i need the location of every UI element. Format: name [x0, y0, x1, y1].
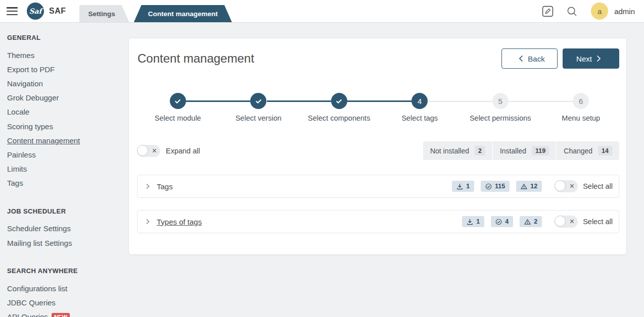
sidebar-item-navigation[interactable]: Navigation: [7, 76, 121, 90]
download-count-badge[interactable]: 1: [462, 216, 484, 227]
download-count-badge[interactable]: 1: [452, 181, 474, 192]
back-button[interactable]: Back: [501, 48, 558, 69]
settings-sidebar: GENERAL Themes Export to PDF Navigation …: [0, 23, 121, 317]
username[interactable]: admin: [614, 7, 635, 16]
app-logo[interactable]: Saf: [27, 3, 44, 20]
sidebar-item-content-management[interactable]: Content management: [7, 133, 121, 147]
sidebar-item-mailing-list-settings[interactable]: Mailing list Settings: [7, 236, 121, 250]
toggle-x-icon: ×: [570, 181, 574, 191]
check-circle-icon: [495, 219, 502, 225]
filter-count: 119: [532, 146, 549, 155]
select-all-label: Select all: [583, 218, 613, 226]
warning-icon: [521, 183, 527, 190]
row-tags: Tags 1 115 12 × Select all: [137, 175, 619, 198]
step-label: Select version: [218, 114, 299, 122]
expand-all-toggle[interactable]: ×: [137, 145, 160, 157]
avatar[interactable]: a: [591, 3, 608, 20]
sidebar-item-grok-debugger[interactable]: Grok Debugger: [7, 91, 121, 105]
next-chevron-icon: [596, 55, 601, 62]
breadcrumb-content-management[interactable]: Content management: [134, 5, 232, 22]
filter-not-installed[interactable]: Not installed 2: [423, 141, 492, 160]
row-title[interactable]: Tags: [157, 182, 173, 191]
warning-icon: [524, 219, 531, 225]
step-label: Select components: [299, 114, 380, 122]
filter-label: Installed: [500, 147, 526, 155]
sidebar-item-locale[interactable]: Locale: [7, 105, 121, 119]
sidebar-item-api-queries[interactable]: API QueriesNEW: [7, 310, 121, 317]
row-title[interactable]: Types of tags: [157, 218, 202, 226]
filter-label: Not installed: [430, 147, 469, 155]
toggle-knob: [555, 216, 566, 227]
row-types-of-tags: Types of tags 1 4 2 × Select: [137, 210, 619, 233]
section-title: GENERAL: [7, 34, 121, 41]
step-label: Menu setup: [541, 114, 622, 122]
step-number: 6: [573, 93, 589, 109]
next-button[interactable]: Next: [563, 48, 619, 69]
search-icon[interactable]: [566, 5, 578, 17]
step-select-tags[interactable]: 4 Select tags: [380, 93, 461, 122]
toggle-x-icon: ×: [152, 146, 157, 156]
step-label: Select permissions: [460, 114, 541, 122]
top-bar: Saf SAF Settings Content management a ad…: [0, 0, 644, 23]
toggle-knob: [137, 145, 148, 156]
step-label: Select tags: [380, 114, 461, 122]
status-filter-group: Not installed 2 Installed 119 Changed 14: [423, 141, 619, 160]
check-circle-icon: [485, 183, 492, 190]
badge-value: 1: [476, 218, 480, 225]
step-check-icon: [170, 93, 186, 109]
panel-header: Content management Back Next: [129, 38, 626, 69]
select-all-toggle[interactable]: ×: [555, 216, 578, 228]
back-button-label: Back: [528, 55, 544, 63]
select-all-toggle[interactable]: ×: [555, 180, 578, 192]
sidebar-item-export-to-pdf[interactable]: Export to PDF: [7, 62, 121, 76]
toggle-x-icon: ×: [570, 217, 574, 227]
step-number: 5: [492, 93, 509, 109]
menu-icon[interactable]: [7, 7, 18, 15]
sidebar-item-scheduler-settings[interactable]: Scheduler Settings: [7, 222, 121, 236]
sidebar-item-tags[interactable]: Tags: [7, 176, 121, 190]
changed-count-badge[interactable]: 12: [516, 181, 542, 192]
row-chevron-icon[interactable]: [146, 218, 150, 225]
sidebar-item-limits[interactable]: Limits: [7, 162, 121, 176]
sidebar-item-painless[interactable]: Painless: [7, 147, 121, 162]
filter-label: Changed: [564, 147, 592, 155]
filter-installed[interactable]: Installed 119: [492, 141, 556, 160]
sidebar-item-scoring-types[interactable]: Scoring types: [7, 119, 121, 133]
step-select-module[interactable]: Select module: [137, 93, 218, 122]
installed-count-badge[interactable]: 4: [491, 216, 513, 227]
page: Saf SAF Settings Content management a ad…: [0, 0, 644, 317]
sidebar-section-search-anywhere: SEARCH ANYWHERE Configurations list JDBC…: [7, 267, 121, 317]
row-chevron-icon[interactable]: [146, 183, 150, 190]
changed-count-badge[interactable]: 2: [520, 216, 542, 227]
back-chevron-icon: [519, 55, 523, 62]
sidebar-item-configurations-list[interactable]: Configurations list: [7, 281, 121, 295]
next-button-label: Next: [576, 55, 592, 63]
sidebar-item-label: API Queries: [7, 312, 48, 317]
page-title: Content management: [137, 48, 501, 69]
badge-value: 12: [530, 183, 537, 190]
list-controls: × Expand all Not installed 2 Installed 1…: [137, 141, 619, 160]
breadcrumb: Settings Content management: [79, 5, 232, 22]
badge-value: 4: [505, 218, 509, 225]
section-title: SEARCH ANYWHERE: [7, 267, 121, 275]
step-select-version[interactable]: Select version: [218, 93, 299, 122]
step-select-components[interactable]: Select components: [299, 93, 380, 122]
installed-count-badge[interactable]: 115: [481, 181, 510, 192]
wizard-stepper: Select module Select version Select comp…: [129, 93, 626, 122]
filter-count: 14: [598, 146, 612, 155]
filter-changed[interactable]: Changed 14: [556, 141, 619, 160]
filter-count: 2: [475, 146, 485, 155]
sidebar-item-jdbc-queries[interactable]: JDBC Queries: [7, 295, 121, 309]
step-check-icon: [331, 93, 347, 109]
compose-icon[interactable]: [541, 5, 554, 17]
step-menu-setup[interactable]: 6 Menu setup: [541, 93, 622, 122]
new-badge: NEW: [52, 313, 70, 317]
breadcrumb-settings[interactable]: Settings: [79, 5, 129, 22]
expand-all-label: Expand all: [166, 147, 200, 155]
header-actions: a admin: [541, 3, 635, 20]
download-icon: [456, 183, 463, 190]
brand-name: SAF: [49, 7, 66, 16]
sidebar-item-themes[interactable]: Themes: [7, 48, 121, 62]
step-select-permissions[interactable]: 5 Select permissions: [460, 93, 541, 122]
badge-value: 115: [495, 183, 505, 190]
